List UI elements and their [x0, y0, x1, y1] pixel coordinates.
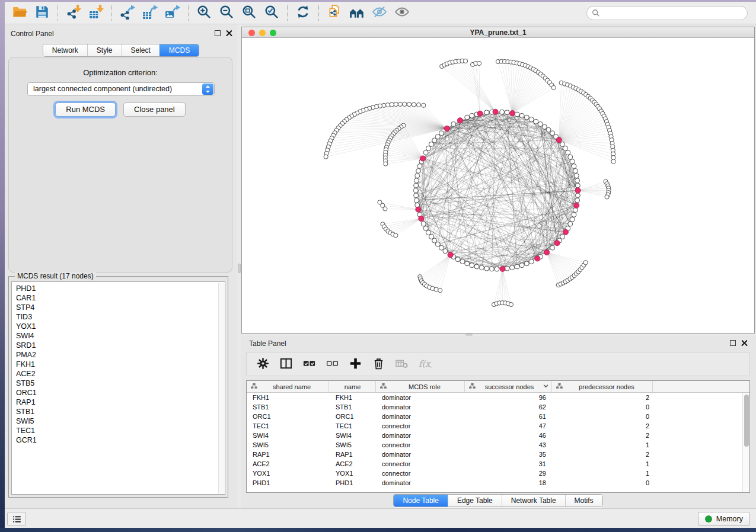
node-table[interactable]: shared namenameMCDS rolesuccessor nodesp…: [246, 380, 750, 493]
cell-mcds-role[interactable]: dominator: [376, 402, 465, 412]
cell-name[interactable]: FKH1: [328, 393, 376, 402]
mcds-result-item[interactable]: SWI5: [16, 416, 225, 426]
cell-predecessor-nodes[interactable]: 1: [552, 469, 653, 478]
sort-chevron-icon[interactable]: [543, 383, 549, 390]
cell-shared-name[interactable]: STB1: [247, 402, 328, 412]
float-panel-icon[interactable]: [730, 340, 736, 346]
cell-predecessor-nodes[interactable]: 2: [552, 431, 653, 440]
mcds-result-item[interactable]: ORC1: [16, 388, 225, 398]
tab-node-table[interactable]: Node Table: [394, 495, 448, 507]
cell-shared-name[interactable]: YOX1: [247, 469, 328, 478]
cell-shared-name[interactable]: ACE2: [247, 459, 328, 469]
tab-select[interactable]: Select: [122, 44, 160, 56]
mcds-result-item[interactable]: RAP1: [16, 398, 225, 407]
cell-name[interactable]: STB1: [328, 402, 376, 412]
cell-successor-nodes[interactable]: 29: [465, 469, 552, 478]
network-canvas[interactable]: [242, 39, 754, 333]
open-folder-button[interactable]: [8, 4, 31, 23]
cell-shared-name[interactable]: PHD1: [247, 478, 328, 488]
network-graph[interactable]: [242, 39, 754, 333]
search-input[interactable]: [600, 9, 747, 17]
split-panel-button[interactable]: [277, 355, 295, 373]
table-row[interactable]: ORC1ORC1dominator610: [247, 412, 749, 421]
cell-predecessor-nodes[interactable]: 0: [552, 412, 653, 421]
cell-predecessor-nodes[interactable]: 1: [552, 459, 653, 469]
hide-selected-button[interactable]: [368, 4, 391, 23]
cell-shared-name[interactable]: SWI4: [247, 431, 328, 440]
column-header-predecessor-nodes[interactable]: predecessor nodes: [552, 381, 653, 392]
cell-successor-nodes[interactable]: 18: [465, 478, 552, 488]
table-scrollbar-thumb[interactable]: [744, 395, 749, 447]
cell-predecessor-nodes[interactable]: 2: [552, 393, 653, 402]
mcds-result-item[interactable]: PHD1: [16, 284, 225, 293]
cell-name[interactable]: SWI4: [328, 431, 376, 440]
mcds-result-item[interactable]: STB1: [16, 407, 225, 416]
cell-successor-nodes[interactable]: 35: [465, 450, 552, 459]
column-header-mcds-role[interactable]: MCDS role: [376, 381, 465, 392]
cell-name[interactable]: PHD1: [328, 478, 376, 488]
mcds-result-item[interactable]: TEC1: [16, 426, 225, 435]
cell-shared-name[interactable]: ORC1: [247, 412, 328, 421]
cell-successor-nodes[interactable]: 46: [465, 431, 552, 440]
cell-successor-nodes[interactable]: 96: [465, 393, 552, 402]
float-panel-icon[interactable]: [215, 30, 221, 36]
mcds-result-item[interactable]: FKH1: [16, 360, 225, 369]
table-row[interactable]: TEC1TEC1connector472: [247, 421, 749, 431]
mcds-result-item[interactable]: CAR1: [16, 293, 225, 303]
first-neighbors-button[interactable]: [346, 4, 368, 23]
tab-network[interactable]: Network: [43, 44, 87, 56]
cell-name[interactable]: ACE2: [328, 459, 376, 469]
cell-mcds-role[interactable]: connector: [376, 469, 465, 478]
mcds-result-item[interactable]: SRD1: [16, 341, 225, 350]
cell-predecessor-nodes[interactable]: 0: [552, 478, 653, 488]
cell-shared-name[interactable]: FKH1: [247, 393, 328, 402]
export-table-button[interactable]: [139, 4, 161, 23]
zoom-in-button[interactable]: [193, 4, 215, 23]
close-panel-button[interactable]: Close panel: [123, 102, 186, 117]
tab-mcds[interactable]: MCDS: [160, 44, 199, 56]
table-scrollbar[interactable]: [742, 393, 749, 492]
cell-predecessor-nodes[interactable]: 0: [552, 402, 653, 412]
cell-name[interactable]: ORC1: [328, 412, 376, 421]
cell-mcds-role[interactable]: dominator: [376, 431, 465, 440]
run-mcds-button[interactable]: Run MCDS: [55, 102, 116, 117]
cell-mcds-role[interactable]: connector: [376, 440, 465, 450]
cell-successor-nodes[interactable]: 61: [465, 412, 552, 421]
mcds-result-item[interactable]: GCR1: [16, 435, 225, 445]
cell-mcds-role[interactable]: dominator: [376, 393, 465, 402]
mcds-result-item[interactable]: SWI4: [16, 331, 225, 341]
mcds-result-item[interactable]: PMA2: [16, 350, 225, 360]
cell-name[interactable]: YOX1: [328, 469, 376, 478]
select-all-button[interactable]: [300, 355, 318, 373]
table-row[interactable]: YOX1YOX1connector291: [247, 469, 749, 478]
cell-mcds-role[interactable]: dominator: [376, 478, 465, 488]
save-button[interactable]: [31, 4, 53, 23]
column-header-shared-name[interactable]: shared name: [247, 381, 328, 392]
table-row[interactable]: STB1STB1dominator620: [247, 402, 749, 412]
cell-successor-nodes[interactable]: 47: [465, 421, 552, 431]
cell-successor-nodes[interactable]: 31: [465, 459, 552, 469]
cell-successor-nodes[interactable]: 43: [465, 440, 552, 450]
column-header-successor-nodes[interactable]: successor nodes: [465, 381, 552, 392]
mcds-list-scrollbar[interactable]: [218, 283, 224, 493]
tab-network-table[interactable]: Network Table: [502, 495, 565, 507]
mcds-result-item[interactable]: STB5: [16, 379, 225, 388]
cell-predecessor-nodes[interactable]: 2: [552, 421, 653, 431]
vertical-splitter[interactable]: [237, 24, 241, 508]
delete-column-button[interactable]: [369, 355, 387, 373]
search-field[interactable]: [586, 6, 748, 20]
import-table-button[interactable]: [85, 4, 107, 23]
close-panel-icon[interactable]: [226, 30, 232, 36]
cell-shared-name[interactable]: TEC1: [247, 421, 328, 431]
close-panel-icon[interactable]: [741, 339, 748, 346]
cell-name[interactable]: RAP1: [328, 450, 376, 459]
show-all-button[interactable]: [391, 4, 413, 23]
cell-predecessor-nodes[interactable]: 2: [552, 450, 653, 459]
mcds-result-item[interactable]: YOX1: [16, 322, 225, 331]
table-row[interactable]: SWI4SWI4dominator462: [247, 431, 749, 440]
mcds-result-listbox[interactable]: PHD1CAR1STP4TID3YOX1SWI4SRD1PMA2FKH1ACE2…: [11, 281, 225, 495]
cell-name[interactable]: TEC1: [328, 421, 376, 431]
table-row[interactable]: FKH1FKH1dominator962: [247, 393, 749, 402]
cell-name[interactable]: SWI5: [328, 440, 376, 450]
table-row[interactable]: SWI5SWI5connector431: [247, 440, 749, 450]
